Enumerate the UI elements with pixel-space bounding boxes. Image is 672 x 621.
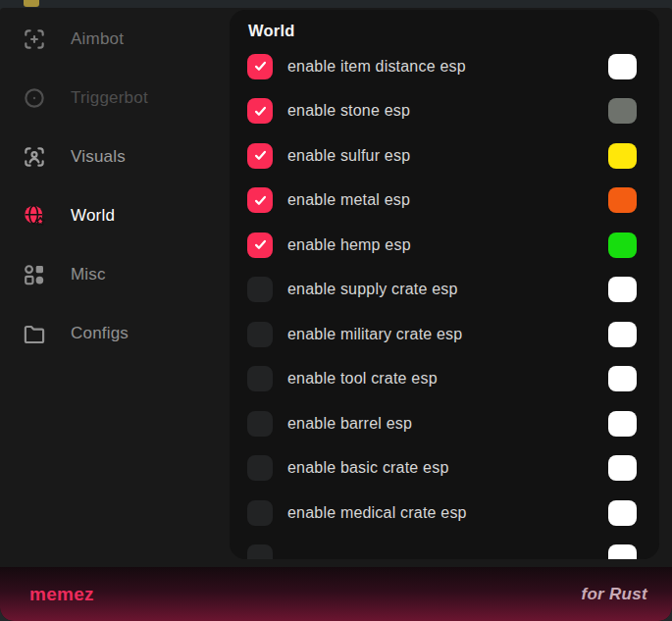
esp-row-label: enable tool crate esp — [287, 370, 608, 388]
esp-row-label: enable medical crate esp — [287, 504, 608, 522]
esp-color-swatch[interactable] — [608, 277, 637, 302]
brand-name: memez — [29, 584, 94, 605]
esp-row — [247, 536, 647, 560]
sidebar-item-label: World — [71, 206, 115, 226]
esp-checkbox[interactable] — [247, 54, 273, 79]
esp-checkbox[interactable] — [247, 187, 273, 213]
esp-color-swatch[interactable] — [608, 322, 637, 347]
esp-row: enable basic crate esp — [247, 446, 647, 492]
esp-row: enable sulfur esp — [247, 133, 647, 179]
esp-row: enable stone esp — [247, 89, 647, 134]
esp-row-label: enable sulfur esp — [287, 147, 608, 165]
footer-tagline: for Rust — [581, 585, 647, 604]
panel-title: World — [248, 22, 647, 40]
esp-row: enable tool crate esp — [247, 357, 647, 402]
esp-color-swatch[interactable] — [608, 455, 637, 481]
esp-color-swatch[interactable] — [608, 54, 637, 79]
sidebar-item-world[interactable]: World — [0, 186, 230, 245]
esp-color-swatch[interactable] — [608, 233, 637, 258]
globe-star-icon — [22, 203, 47, 229]
esp-color-swatch[interactable] — [608, 366, 637, 391]
esp-checkbox[interactable] — [247, 322, 273, 347]
esp-row: enable barrel esp — [247, 401, 647, 446]
footer-bar: memez for Rust — [0, 567, 672, 621]
sidebar-item-label: Triggerbot — [71, 88, 148, 108]
esp-row: enable hemp esp — [247, 223, 647, 268]
sidebar: Aimbot Triggerbot Visuals World Misc Con… — [0, 10, 230, 363]
esp-checkbox[interactable] — [247, 455, 273, 481]
sidebar-item-triggerbot[interactable]: Triggerbot — [0, 69, 230, 128]
esp-checkbox[interactable] — [247, 544, 273, 559]
person-scan-icon — [22, 144, 47, 170]
esp-row-label: enable barrel esp — [287, 415, 608, 433]
world-panel: World enable item distance esp enable st… — [230, 10, 659, 559]
background-strip — [0, 0, 672, 8]
sidebar-item-label: Visuals — [71, 147, 126, 167]
esp-row: enable military crate esp — [247, 312, 647, 357]
folder-icon — [22, 321, 47, 346]
crosshair-focus-icon — [22, 26, 47, 52]
esp-row-label: enable basic crate esp — [287, 459, 608, 477]
esp-checkbox[interactable] — [247, 98, 273, 124]
esp-options-list: enable item distance esp enable stone es… — [247, 44, 647, 559]
esp-row: enable metal esp — [247, 179, 647, 224]
esp-row-label: enable military crate esp — [287, 326, 608, 343]
sidebar-item-label: Aimbot — [71, 29, 124, 49]
target-circle-icon — [22, 85, 47, 111]
sidebar-item-configs[interactable]: Configs — [0, 304, 230, 363]
esp-checkbox[interactable] — [247, 143, 273, 169]
sidebar-item-aimbot[interactable]: Aimbot — [0, 10, 230, 69]
sidebar-item-misc[interactable]: Misc — [0, 245, 230, 304]
esp-row-label: enable hemp esp — [287, 236, 608, 254]
esp-checkbox[interactable] — [247, 277, 273, 302]
esp-checkbox[interactable] — [247, 366, 273, 391]
sidebar-item-label: Misc — [71, 265, 106, 285]
esp-color-swatch[interactable] — [608, 411, 637, 437]
esp-checkbox[interactable] — [247, 500, 273, 526]
esp-color-swatch[interactable] — [608, 187, 637, 213]
esp-checkbox[interactable] — [247, 233, 273, 258]
esp-row: enable medical crate esp — [247, 491, 647, 536]
screen: Aimbot Triggerbot Visuals World Misc Con… — [0, 0, 672, 621]
esp-row-label: enable item distance esp — [287, 58, 608, 76]
background-artifact — [24, 0, 39, 7]
cheat-menu-window: Aimbot Triggerbot Visuals World Misc Con… — [0, 8, 672, 621]
esp-color-swatch[interactable] — [608, 544, 637, 559]
esp-color-swatch[interactable] — [608, 143, 637, 169]
grid-shapes-icon — [22, 262, 47, 287]
esp-color-swatch[interactable] — [608, 500, 637, 526]
esp-checkbox[interactable] — [247, 411, 273, 437]
esp-row-label: enable metal esp — [287, 191, 608, 209]
sidebar-item-visuals[interactable]: Visuals — [0, 128, 230, 186]
esp-row: enable item distance esp — [247, 44, 647, 89]
esp-color-swatch[interactable] — [608, 98, 637, 124]
esp-row: enable supply crate esp — [247, 268, 647, 313]
sidebar-item-label: Configs — [71, 324, 129, 343]
esp-row-label: enable stone esp — [287, 102, 608, 120]
esp-row-label: enable supply crate esp — [287, 281, 608, 298]
